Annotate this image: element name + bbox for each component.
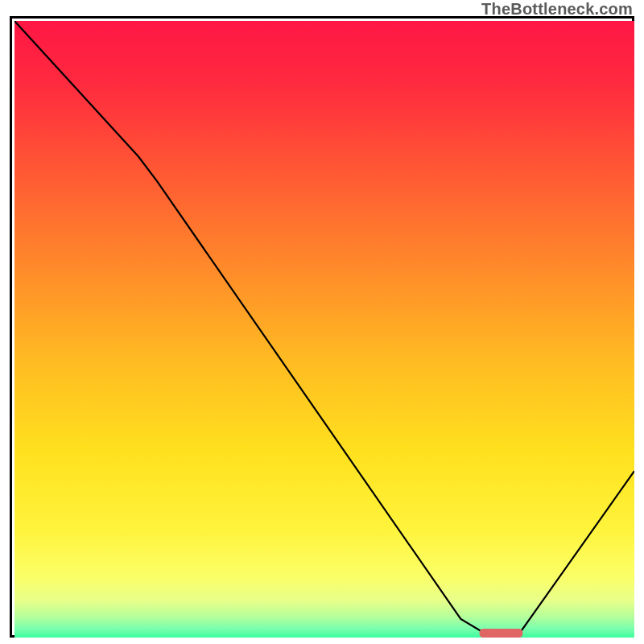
optimal-range-marker: [480, 629, 523, 638]
chart-svg: [14, 21, 634, 638]
background-gradient: [14, 21, 634, 638]
plot-frame: [10, 16, 634, 638]
plot-area: [14, 21, 634, 638]
